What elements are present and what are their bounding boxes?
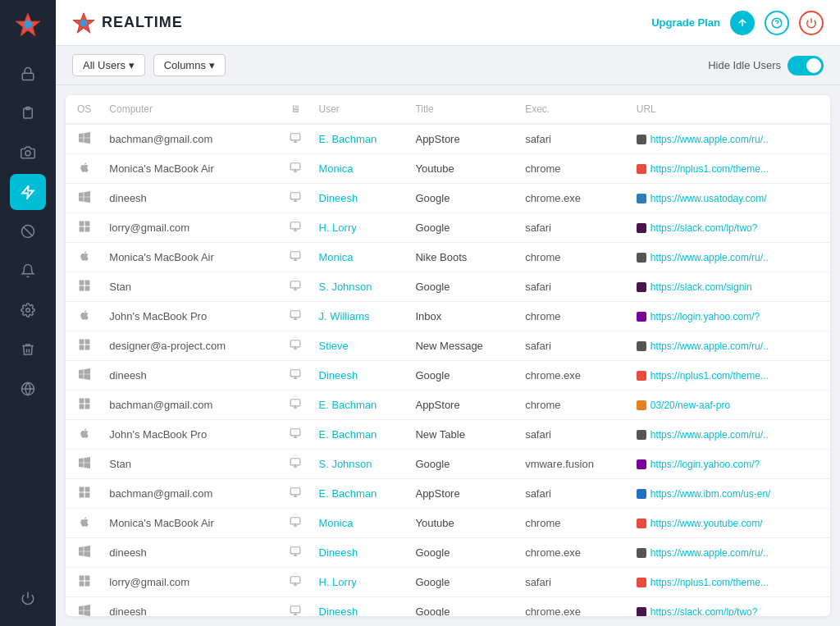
url-text: https://www.youtube.com/ [651,518,763,529]
cell-user[interactable]: Dineesh [313,538,409,568]
svg-rect-41 [290,281,300,288]
cell-user[interactable]: J. Williams [313,302,409,331]
users-table: OS Computer 🖥 User Title Exec. URL bachm… [66,95,830,616]
cell-user[interactable]: Stieve [313,331,409,361]
cell-url[interactable]: https://nplus1.com/theme... [630,154,830,184]
sidebar-item-block[interactable] [10,213,46,249]
table-row: bachman@gmail.com E. Bachman AppStore sa… [66,124,830,154]
cell-monitor [279,154,313,184]
cell-url[interactable]: https://slack.com/lp/two? [630,213,830,243]
svg-rect-24 [290,193,300,199]
cell-url[interactable]: https://www.ibm.com/us-en/ [630,479,830,509]
col-title: Title [409,95,518,124]
sidebar-item-settings[interactable] [10,292,46,328]
url-text: https://login.yahoo.com/? [651,459,760,470]
cell-user[interactable]: S. Johnson [313,272,409,302]
hide-idle-toggle[interactable] [788,56,824,75]
svg-rect-74 [290,488,300,495]
cell-user[interactable]: Monica [313,154,409,184]
table-header-row: OS Computer 🖥 User Title Exec. URL [66,95,830,124]
cell-user[interactable]: H. Lorry [313,213,409,243]
cell-user[interactable]: Dineesh [313,361,409,391]
svg-rect-57 [79,399,84,404]
cell-user[interactable]: Dineesh [313,184,409,213]
svg-rect-18 [290,134,300,140]
os-icon [79,281,90,294]
cell-monitor [279,597,313,617]
url-text: https://nplus1.com/theme... [651,370,769,382]
cell-title: Nike Boots [409,243,518,272]
table-row: Stan S. Johnson Google vmware.fusion htt… [66,450,830,479]
all-users-button[interactable]: All Users ▾ [72,54,145,76]
upgrade-plan-link[interactable]: Upgrade Plan [651,16,720,29]
cell-url[interactable]: https://slack.com/signin [630,272,830,302]
cell-computer: Stan [103,450,278,479]
sidebar-item-power[interactable] [10,580,46,616]
os-icon [79,606,90,616]
upload-button[interactable] [730,11,755,35]
cell-url[interactable]: https://nplus1.com/theme... [630,361,830,391]
cell-exec: chrome [518,243,630,272]
cell-url[interactable]: https://login.yahoo.com/? [630,302,830,331]
cell-monitor [279,331,313,361]
svg-rect-60 [84,404,89,409]
os-icon [79,400,90,412]
cell-os [66,272,103,302]
cell-user[interactable]: Monica [313,243,409,272]
cell-title: New Message [409,331,518,361]
svg-rect-84 [84,576,89,581]
cell-user[interactable]: H. Lorry [313,568,409,597]
cell-exec: safari [518,420,630,450]
cell-url[interactable]: https://www.youtube.com/ [630,509,830,538]
cell-monitor [279,568,313,597]
cell-os [66,450,103,479]
columns-button[interactable]: Columns ▾ [153,54,226,76]
svg-rect-49 [79,345,84,350]
cell-exec: vmware.fusion [518,450,630,479]
cell-user[interactable]: E. Bachman [313,420,409,450]
cell-computer: dineesh [103,597,278,617]
svg-point-13 [80,19,88,26]
cell-url[interactable]: https://www.apple.com/ru/.. [630,538,830,568]
url-text: 03/20/new-aaf-pro [651,400,730,411]
cell-url[interactable]: https://nplus1.com/theme... [630,568,830,597]
favicon-icon [637,548,646,558]
cell-url[interactable]: 03/20/new-aaf-pro [630,391,830,420]
cell-user[interactable]: S. Johnson [313,450,409,479]
cell-user[interactable]: E. Bachman [313,124,409,154]
cell-title: Google [409,184,518,213]
sidebar-item-clipboard[interactable] [10,95,46,131]
cell-url[interactable]: https://www.apple.com/ru/.. [630,243,830,272]
url-text: https://www.apple.com/ru/.. [651,252,769,263]
cell-os [66,509,103,538]
cell-title: Google [409,272,518,302]
power-button[interactable] [799,11,824,35]
col-os: OS [66,95,103,124]
cell-url[interactable]: https://login.yahoo.com/? [630,450,830,479]
svg-rect-86 [84,582,89,587]
favicon-icon [637,430,646,440]
cell-url[interactable]: https://www.apple.com/ru/.. [630,124,830,154]
sidebar-item-bell[interactable] [10,253,46,289]
table-row: John's MacBook Pro E. Bachman New Table … [66,420,830,450]
sidebar-item-trash[interactable] [10,331,46,368]
svg-rect-70 [79,487,84,492]
favicon-icon [637,312,646,322]
svg-rect-71 [84,487,89,492]
url-text: https://www.apple.com/ru/.. [651,429,769,441]
cell-url[interactable]: https://www.apple.com/ru/.. [630,420,830,450]
sidebar-item-activity[interactable] [10,174,46,210]
cell-user[interactable]: Dineesh [313,597,409,617]
cell-url[interactable]: https://www.usatoday.com/ [630,184,830,213]
svg-rect-58 [84,399,89,404]
cell-user[interactable]: E. Bachman [313,479,409,509]
sidebar-item-lock[interactable] [10,56,46,92]
sidebar-item-globe[interactable] [10,371,46,407]
cell-url[interactable]: https://www.apple.com/ru/.. [630,331,830,361]
svg-line-7 [24,227,33,236]
cell-user[interactable]: E. Bachman [313,391,409,420]
cell-user[interactable]: Monica [313,509,409,538]
sidebar-item-camera[interactable] [10,135,46,171]
cell-url[interactable]: https://slack.com/lp/two? [630,597,830,617]
help-button[interactable] [765,11,789,35]
